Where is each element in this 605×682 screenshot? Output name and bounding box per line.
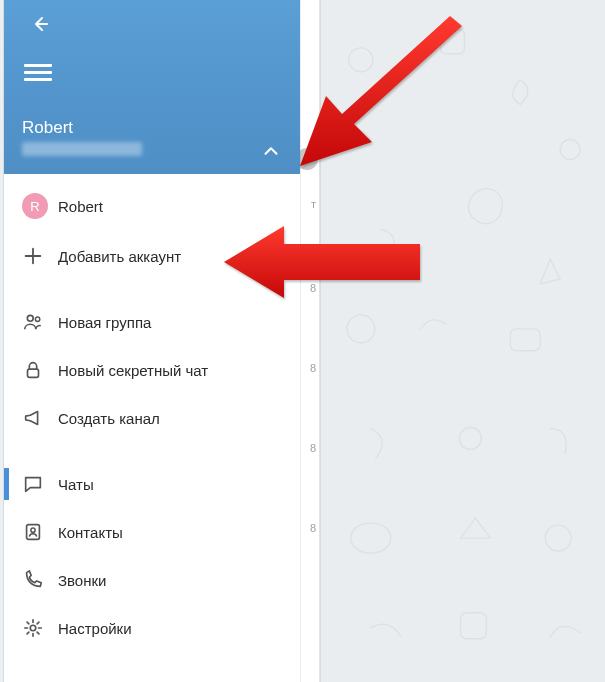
settings-item[interactable]: Настройки (4, 604, 300, 652)
accounts-toggle[interactable] (260, 140, 282, 162)
contacts-item[interactable]: Контакты (4, 508, 300, 556)
menu-label: Новая группа (58, 314, 151, 331)
peek-text: 8 (310, 442, 316, 454)
current-user-phone-blurred (22, 142, 142, 156)
plus-icon (22, 245, 44, 267)
menu-label: Контакты (58, 524, 123, 541)
svg-point-0 (349, 48, 373, 72)
add-account-item[interactable]: Добавить аккаунт (4, 232, 300, 280)
menu-label: Создать канал (58, 410, 160, 427)
gear-icon (22, 617, 44, 639)
drawer-header: Robert (4, 0, 300, 174)
svg-point-5 (460, 427, 482, 449)
svg-point-3 (347, 315, 375, 343)
calls-item[interactable]: Звонки (4, 556, 300, 604)
svg-point-9 (35, 317, 39, 321)
peek-text: 8 (310, 362, 316, 374)
avatar: R (22, 193, 48, 219)
peek-text: 8 (310, 522, 316, 534)
phone-icon (22, 569, 44, 591)
megaphone-icon (22, 407, 44, 429)
lock-icon (22, 359, 44, 381)
peek-text: 8 (310, 282, 316, 294)
chat-list-peek: т 8 8 8 8 (300, 0, 320, 682)
account-label: Robert (58, 198, 103, 215)
chevron-up-icon (260, 140, 282, 162)
menu-label: Звонки (58, 572, 106, 589)
svg-point-2 (560, 140, 580, 160)
menu-label: Добавить аккаунт (58, 248, 181, 265)
svg-point-8 (27, 315, 33, 321)
menu-label: Чаты (58, 476, 94, 493)
secret-chat-item[interactable]: Новый секретный чат (4, 346, 300, 394)
contacts-icon (22, 521, 44, 543)
menu-button[interactable] (24, 60, 52, 80)
chat-background (320, 0, 605, 682)
svg-rect-7 (461, 613, 487, 639)
account-item-current[interactable]: R Robert (4, 180, 300, 232)
new-group-item[interactable]: Новая группа (4, 298, 300, 346)
chat-icon (22, 473, 44, 495)
menu-label: Настройки (58, 620, 132, 637)
svg-point-13 (30, 625, 36, 631)
chats-item[interactable]: Чаты (4, 460, 300, 508)
svg-point-6 (545, 525, 571, 551)
arrow-left-icon (28, 12, 52, 36)
peek-text: т (311, 198, 316, 210)
drawer-list: R Robert Добавить аккаунт (4, 174, 300, 652)
drawer-panel: Robert R Robert Добавить аккаунт (4, 0, 300, 682)
svg-rect-4 (510, 329, 540, 351)
current-user-name: Robert (22, 118, 73, 138)
back-button[interactable] (28, 12, 52, 36)
menu-label: Новый секретный чат (58, 362, 208, 379)
doodle-pattern (321, 0, 605, 680)
group-icon (22, 311, 44, 333)
create-channel-item[interactable]: Создать канал (4, 394, 300, 442)
svg-rect-10 (28, 369, 39, 377)
app-window: т 8 8 8 8 Robert R (0, 0, 605, 682)
svg-point-12 (31, 528, 35, 532)
svg-rect-1 (441, 30, 465, 54)
